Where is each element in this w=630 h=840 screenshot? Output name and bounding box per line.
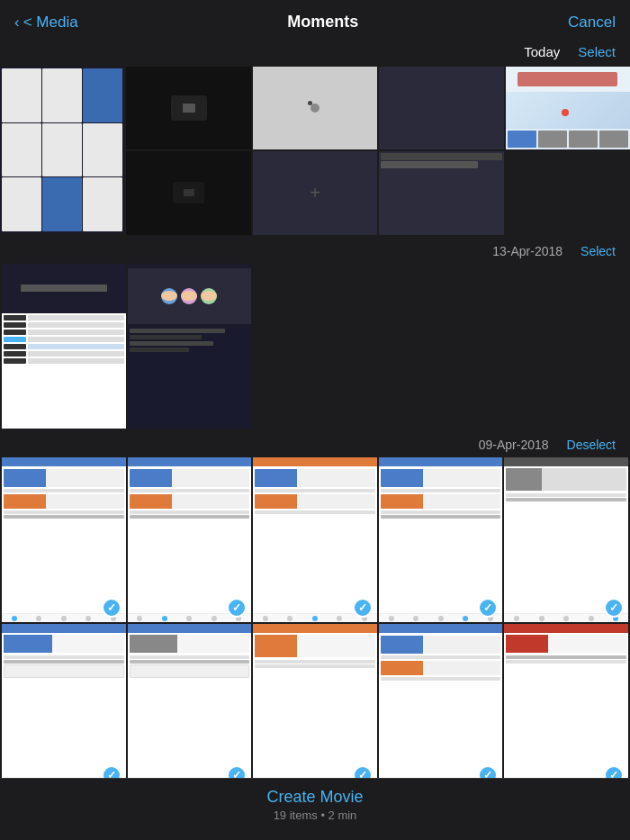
today-photo-5[interactable]: [506, 67, 630, 149]
apr9-photo-7[interactable]: [128, 624, 252, 789]
today-photo-1[interactable]: [0, 67, 124, 233]
apr9-photo-3[interactable]: [253, 457, 377, 622]
today-photo-3[interactable]: [253, 67, 377, 149]
page-title: Moments: [287, 13, 358, 32]
header: ‹ < Media Moments Cancel: [0, 0, 630, 41]
section-09apr-deselect[interactable]: Deselect: [567, 438, 616, 452]
apr9-row2: [0, 624, 630, 789]
apr9-photo-1[interactable]: [2, 457, 126, 622]
apr13-photo-2[interactable]: [128, 264, 252, 429]
apr13-photo-1[interactable]: [2, 264, 126, 429]
today-photo-8[interactable]: [379, 151, 503, 234]
apr9-row1: [0, 457, 630, 622]
back-button[interactable]: ‹ < Media: [14, 14, 78, 32]
chevron-left-icon: ‹: [14, 14, 20, 32]
back-label[interactable]: < Media: [23, 14, 78, 32]
today-photo-4[interactable]: [379, 67, 503, 149]
section-13apr-header: 13-Apr-2018 Select: [0, 239, 630, 264]
apr9-photo-6[interactable]: [2, 624, 126, 789]
create-movie-sub: 19 items • 2 min: [0, 808, 630, 822]
today-photo-2[interactable]: [126, 67, 250, 149]
today-select-button[interactable]: Select: [578, 44, 616, 59]
section-09apr-date: 09-Apr-2018: [479, 438, 549, 452]
section-13apr: 13-Apr-2018 Select: [0, 239, 630, 429]
apr9-photo-10[interactable]: [504, 624, 628, 789]
today-photo-7[interactable]: +: [253, 151, 377, 234]
today-photo-grid: +: [0, 67, 630, 235]
section-13apr-date: 13-Apr-2018: [492, 244, 562, 258]
section-13apr-select[interactable]: Select: [580, 244, 616, 258]
today-label: Today: [524, 44, 560, 59]
create-movie-button[interactable]: Create Movie: [0, 788, 630, 807]
section-09apr-header: 09-Apr-2018 Deselect: [0, 432, 630, 457]
today-photo-6[interactable]: [126, 151, 250, 234]
cancel-button[interactable]: Cancel: [568, 14, 616, 32]
today-row: Today Select: [0, 41, 630, 67]
apr9-photo-9[interactable]: [379, 624, 503, 789]
content-scroll: + 13-Apr-2018 Select: [0, 67, 630, 840]
apr9-photo-2[interactable]: [128, 457, 252, 622]
apr9-photo-4[interactable]: [379, 457, 503, 622]
bottom-bar: Create Movie 19 items • 2 min: [0, 778, 630, 840]
apr13-photo-grid: [0, 264, 630, 429]
selected-badge: [102, 598, 122, 618]
apr9-photo-8[interactable]: [253, 624, 377, 789]
apr9-photo-5[interactable]: [504, 457, 628, 622]
today-section: +: [0, 67, 630, 235]
